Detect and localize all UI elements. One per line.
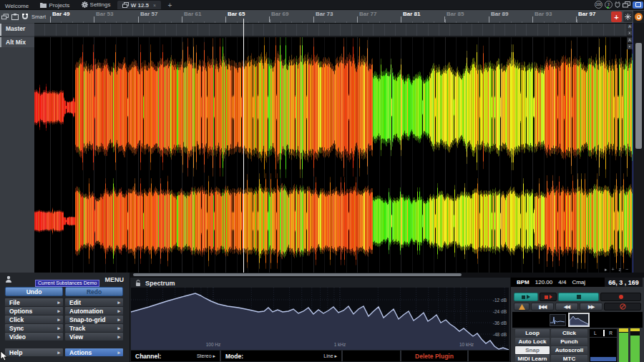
horizontal-scrollbar-thumb[interactable]	[133, 273, 462, 276]
settings-menu[interactable]: Settings	[77, 0, 116, 9]
audio-clip-waveform[interactable]	[34, 37, 633, 273]
timeline-ruler[interactable]: Smart Bar 49Bar 53Bar 57Bar 61Bar 65Bar …	[0, 9, 644, 24]
toggle-snap[interactable]: Snap	[515, 346, 550, 354]
menu-item-video[interactable]: Video▸	[5, 333, 63, 341]
toggle-auto-lock[interactable]: Auto Lock	[515, 338, 550, 346]
menu-item-file[interactable]: File▸	[5, 298, 63, 306]
track-header-master[interactable]: Master	[0, 24, 34, 36]
track-header-altmix[interactable]: Alt Mix	[0, 37, 34, 47]
clip-right-edge	[633, 23, 633, 273]
vertical-scrollbar-thumb[interactable]	[635, 43, 642, 149]
menu-item-actions[interactable]: Actions▸	[65, 348, 123, 356]
projects-menu[interactable]: Projects	[35, 1, 74, 10]
frequency-tick-label: 10 kHz	[459, 342, 474, 347]
menu-item-snap-to-grid[interactable]: Snap-to-grid▸	[65, 315, 123, 323]
ruler-bar-tick	[225, 16, 226, 22]
spectrum-header[interactable]: Spectrum	[130, 278, 510, 288]
settings-label: Settings	[90, 0, 111, 9]
screen-mode-button[interactable]	[633, 1, 643, 9]
fast-forward-button[interactable]: ▶▶	[580, 303, 602, 310]
toggle-midi-learn[interactable]: MIDI Learn	[515, 355, 550, 362]
master-fader-handle[interactable]	[590, 357, 616, 361]
delete-plugin-button[interactable]: Delete Plugin	[401, 351, 467, 361]
playhead-cursor[interactable]	[243, 19, 244, 273]
ruler-bar-labels: Bar 49Bar 53Bar 57Bar 61Bar 65Bar 69Bar …	[0, 10, 610, 24]
plugin-thumbnail-meter[interactable]	[550, 314, 566, 326]
add-track-button[interactable]: +	[611, 11, 622, 22]
rewind-button[interactable]: ◀◀	[555, 303, 578, 310]
channel-selector[interactable]: Channel: Stereo ▸	[131, 351, 220, 361]
zoom-controls[interactable]: ▸ + z −	[605, 267, 630, 273]
altmix-track-name: Alt Mix	[6, 39, 26, 46]
submenu-arrow-icon: ▸	[57, 334, 60, 340]
cpu-meter-badge[interactable]: 100	[595, 1, 602, 9]
master-track-lane[interactable]	[34, 24, 633, 36]
master-fader[interactable]	[590, 338, 617, 362]
channel-value[interactable]: Stereo ▸	[197, 353, 215, 359]
master-automation-button[interactable]: A	[627, 24, 633, 29]
menu-item-click[interactable]: Click▸	[5, 315, 63, 323]
stop-button[interactable]	[558, 293, 599, 301]
frequency-tick-label: 100 Hz	[206, 342, 221, 347]
master-track-name: Master	[6, 25, 25, 32]
undo-button[interactable]: Undo	[5, 287, 63, 296]
unlock-icon[interactable]	[135, 280, 141, 287]
ruler-bar-tick	[401, 16, 401, 22]
menu-item-view[interactable]: View▸	[65, 333, 123, 341]
altmix-automation-button[interactable]: A	[627, 37, 633, 43]
bpm-value[interactable]: 120.00	[535, 279, 552, 285]
ruler-options-button[interactable]	[623, 11, 633, 22]
toggle-punch[interactable]: Punch	[551, 338, 587, 346]
menu-item-sync[interactable]: Sync▸	[5, 324, 63, 332]
toggle-click[interactable]: Click	[551, 329, 587, 337]
menu-grid: File▸Edit▸Options▸Automation▸Click▸Snap-…	[0, 298, 130, 341]
meter-level-green	[630, 336, 640, 362]
windows-icon[interactable]	[623, 1, 630, 8]
menu-item-automation[interactable]: Automation▸	[65, 307, 123, 315]
edit-tab-label: W 12.5	[131, 1, 149, 10]
left-channel-label: L	[594, 331, 597, 336]
time-signature[interactable]: 4/4	[558, 279, 566, 285]
menu-item-options[interactable]: Options▸	[5, 307, 63, 315]
user-icon[interactable]	[5, 275, 12, 283]
tab-close-icon[interactable]: ×	[153, 1, 156, 10]
toggle-loop[interactable]: Loop	[515, 329, 550, 337]
abort-button[interactable]	[604, 303, 641, 310]
ruler-bar-label: Bar 53	[96, 11, 113, 17]
horizontal-scrollbar[interactable]	[130, 273, 510, 277]
plug-icon[interactable]	[615, 1, 620, 8]
play-button[interactable]	[514, 293, 538, 301]
record-logo-button[interactable]	[633, 11, 644, 23]
spectrum-plugin-panel: Spectrum 100 Hz1 kHz10 kHz -12 dB-24 dB-…	[130, 278, 510, 362]
record-button[interactable]	[600, 293, 641, 301]
altmix-options-button[interactable]: ▪	[627, 44, 633, 49]
clip-name-text: Current Substances Demo	[38, 280, 97, 285]
toggle-autoscroll[interactable]: Autoscroll	[551, 346, 587, 354]
redo-button[interactable]: Redo	[65, 287, 123, 296]
edit-tab[interactable]: W 12.5 ×	[117, 1, 161, 10]
submenu-arrow-icon: ▸	[57, 317, 60, 323]
submenu-arrow-icon: ▸	[57, 308, 60, 314]
menu-item-help[interactable]: Help▸	[5, 348, 63, 356]
master-plugin-strip	[512, 312, 643, 328]
mode-value[interactable]: Line ▸	[323, 353, 337, 359]
submenu-arrow-icon: ▸	[117, 334, 120, 340]
altmix-track-lane[interactable]: Current Substances Demo	[34, 37, 633, 273]
plugin-thumbnail-spectrum[interactable]	[568, 313, 590, 327]
menu-item-edit[interactable]: Edit▸	[65, 298, 123, 306]
position-display[interactable]: 66, 3 , 169	[605, 278, 643, 287]
record-icon	[619, 295, 623, 299]
menu-item-track[interactable]: Track▸	[65, 324, 123, 332]
warning-button[interactable]	[514, 303, 530, 310]
frequency-tick-label: 1 kHz	[334, 342, 346, 347]
key-signature[interactable]: Cmaj	[572, 279, 585, 285]
mode-selector[interactable]: Mode: Line ▸	[221, 351, 341, 361]
record-play-button[interactable]	[540, 293, 557, 301]
master-options-button[interactable]: ▪	[627, 30, 633, 36]
ruler-bar-label: Bar 77	[359, 11, 376, 17]
clip-name-badge[interactable]: Current Substances Demo	[35, 280, 99, 287]
go-to-start-button[interactable]: ▮◀◀	[531, 303, 554, 310]
toggle-mtc[interactable]: MTC	[551, 355, 587, 362]
submenu-arrow-icon: ▸	[117, 317, 120, 323]
vertical-scrollbar[interactable]	[634, 23, 644, 273]
